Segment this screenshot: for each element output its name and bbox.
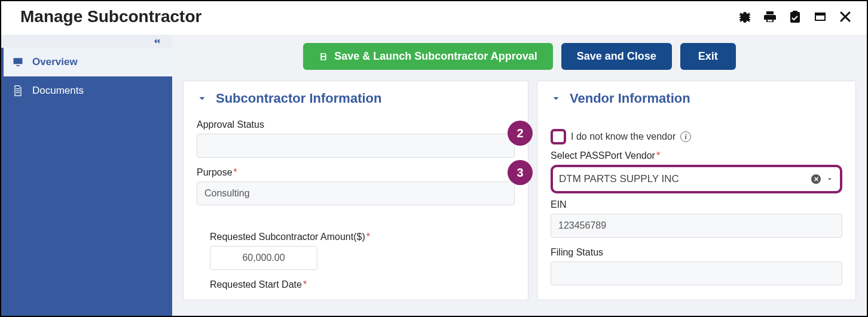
- exit-button[interactable]: Exit: [680, 43, 736, 70]
- document-icon: [12, 85, 24, 97]
- panel-toggle[interactable]: Vendor Information: [551, 91, 842, 106]
- sidebar-item-label: Overview: [32, 56, 78, 68]
- action-bar: Save & Launch Subcontractor Approval Sav…: [183, 43, 856, 70]
- clipboard-check-icon[interactable]: [788, 10, 802, 24]
- select-vendor-dropdown[interactable]: DTM PARTS SUPPLY INC ✕: [558, 171, 835, 187]
- select-vendor-label: Select PASSPort Vendor: [551, 150, 842, 161]
- approval-status-label: Approval Status: [197, 119, 515, 130]
- chevron-down-icon: [197, 93, 207, 104]
- save-icon: [319, 52, 328, 61]
- annotation-badge-2: 2: [508, 121, 533, 146]
- main-content: Save & Launch Subcontractor Approval Sav…: [172, 35, 867, 316]
- requested-amount-label: Requested Subcontractor Amount($): [210, 232, 515, 242]
- requested-amount-field[interactable]: [210, 246, 317, 270]
- unknown-vendor-label: I do not know the vendor: [571, 131, 676, 142]
- info-icon[interactable]: i: [680, 131, 691, 142]
- ein-field[interactable]: [551, 214, 842, 238]
- filing-status-field[interactable]: [551, 261, 842, 285]
- print-icon[interactable]: [763, 10, 777, 24]
- requested-start-label: Requested Start Date: [210, 279, 515, 290]
- close-icon[interactable]: [838, 10, 852, 24]
- sidebar-item-overview[interactable]: Overview: [1, 48, 172, 76]
- subcontractor-info-panel: Subcontractor Information Approval Statu…: [183, 81, 528, 300]
- purpose-field[interactable]: [197, 181, 515, 205]
- clear-icon[interactable]: ✕: [811, 174, 821, 184]
- panel-toggle[interactable]: Subcontractor Information: [197, 91, 515, 106]
- annotation-badge-3: 3: [508, 160, 533, 185]
- save-launch-button[interactable]: Save & Launch Subcontractor Approval: [303, 43, 552, 70]
- sidebar-item-label: Documents: [32, 85, 84, 97]
- monitor-icon: [12, 56, 24, 68]
- approval-status-field[interactable]: [197, 134, 515, 158]
- sidebar: Overview Documents: [1, 35, 172, 316]
- window-controls: [738, 10, 852, 24]
- purpose-label: Purpose: [197, 167, 515, 178]
- window-header: Manage Subcontractor: [1, 1, 867, 35]
- unknown-vendor-checkbox[interactable]: [551, 129, 566, 144]
- caret-down-icon: [826, 175, 834, 183]
- window-icon[interactable]: [813, 10, 827, 24]
- vendor-info-panel: 2 3 Vendor Information I do not know the…: [537, 81, 856, 300]
- page-title: Manage Subcontractor: [20, 7, 201, 26]
- sidebar-collapse-button[interactable]: [1, 35, 172, 48]
- filing-status-label: Filing Status: [551, 247, 842, 258]
- ein-label: EIN: [551, 199, 842, 210]
- bug-icon[interactable]: [738, 10, 752, 24]
- save-close-button[interactable]: Save and Close: [561, 43, 672, 70]
- chevron-down-icon: [551, 93, 561, 104]
- sidebar-item-documents[interactable]: Documents: [1, 76, 172, 105]
